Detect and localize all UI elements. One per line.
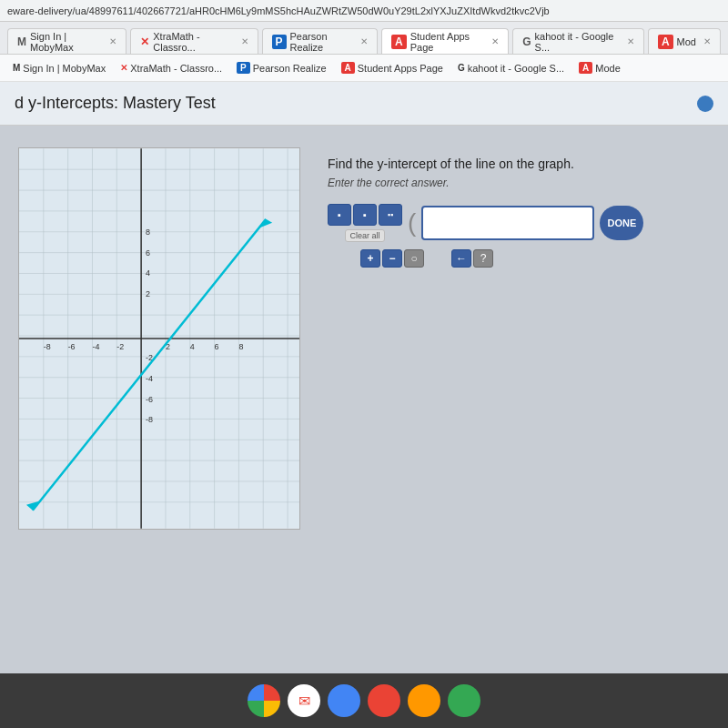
bookmark-mode[interactable]: A Mode <box>573 60 626 76</box>
main-content: 2 <box>0 126 728 673</box>
tab-label: Sign In | MobyMax <box>30 31 102 53</box>
svg-text:8: 8 <box>146 228 150 237</box>
url-text: eware-delivery/ua/48997611/402667721/aHR… <box>7 5 550 16</box>
svg-text:-2: -2 <box>116 342 124 351</box>
mail-taskbar-icon[interactable]: ✉ <box>288 684 320 717</box>
math-symbol-buttons: ▪ ▪ ▪▪ Clear all <box>328 204 402 242</box>
graph-container: 2 <box>18 147 300 530</box>
tab-label: Student Apps Page <box>410 31 485 53</box>
svg-text:-8: -8 <box>146 415 153 424</box>
bookmark-mobymax-icon: M <box>13 63 20 73</box>
svg-text:4: 4 <box>190 342 195 351</box>
green-taskbar-icon[interactable] <box>448 684 480 717</box>
done-button[interactable]: DONE <box>600 206 643 240</box>
tab-kahoot[interactable]: G kahoot it - Google S... ✕ <box>512 28 644 54</box>
svg-text:6: 6 <box>146 248 150 258</box>
close-tab-icon[interactable]: ✕ <box>491 36 499 46</box>
clear-all-button[interactable]: Clear all <box>345 229 384 242</box>
sub-buttons-row: + − ○ ← ? <box>360 249 710 268</box>
svg-text:8: 8 <box>238 342 243 351</box>
math-btn-3[interactable]: ▪▪ <box>379 204 402 226</box>
bookmark-xtramath-icon: ✕ <box>120 63 127 73</box>
bookmark-google-icon: G <box>458 63 465 73</box>
bookmark-label: XtraMath - Classro... <box>130 63 222 74</box>
svg-text:-4: -4 <box>92 342 99 351</box>
math-btn-top-row: ▪ ▪ ▪▪ <box>328 204 402 226</box>
bookmark-pearson-icon: P <box>237 62 250 74</box>
tab-mod[interactable]: A Mod ✕ <box>648 28 721 54</box>
mobymax-icon: M <box>17 35 26 48</box>
instruction-text: Enter the correct answer. <box>328 177 710 189</box>
chrome-taskbar-icon[interactable] <box>248 684 280 717</box>
question-button[interactable]: ? <box>473 249 493 268</box>
bookmark-label: Pearson Realize <box>253 63 327 74</box>
close-tab-icon[interactable]: ✕ <box>109 36 116 46</box>
page-title-bar: d y-Intercepts: Mastery Test <box>0 82 728 126</box>
question-text: Find the y-intercept of the line on the … <box>328 157 710 171</box>
bookmark-pearson[interactable]: P Pearson Realize <box>231 60 331 76</box>
math-btn-2[interactable]: ▪ <box>353 204 377 226</box>
address-bar[interactable]: eware-delivery/ua/48997611/402667721/aHR… <box>0 0 728 22</box>
orange-taskbar-icon[interactable] <box>408 684 440 717</box>
tab-mobymax[interactable]: M Sign In | MobyMax ✕ <box>7 28 126 54</box>
close-tab-icon[interactable]: ✕ <box>241 36 248 46</box>
bookmark-student-icon: A <box>341 62 355 74</box>
tab-label: kahoot it - Google S... <box>535 31 620 53</box>
coordinate-grid: -8 -6 -4 -2 2 4 6 8 8 6 4 2 -2 -4 -6 -8 <box>19 148 299 529</box>
tab-label: XtraMath - Classro... <box>153 31 233 53</box>
bookmark-student-apps[interactable]: A Student Apps Page <box>336 60 449 76</box>
page-title: d y-Intercepts: Mastery Test <box>15 94 216 113</box>
open-paren: ( <box>408 210 416 236</box>
bookmark-label: kahoot it - Google S... <box>468 63 564 74</box>
tab-label: Mod <box>677 36 696 47</box>
tab-label: Pearson Realize <box>290 31 353 53</box>
circle-button[interactable]: ○ <box>404 249 424 268</box>
tab-student-apps[interactable]: A Student Apps Page ✕ <box>381 28 509 54</box>
answer-row: ▪ ▪ ▪▪ Clear all ( DONE <box>328 204 710 242</box>
svg-text:4: 4 <box>146 268 150 278</box>
arrow-left-button[interactable]: ← <box>451 249 471 268</box>
kahoot-icon: G <box>522 35 531 48</box>
svg-text:-6: -6 <box>146 395 153 404</box>
bookmark-mobymax[interactable]: M Sign In | MobyMax <box>7 61 111 76</box>
student-apps-icon: A <box>391 35 407 49</box>
math-btn-1[interactable]: ▪ <box>328 204 351 226</box>
bookmark-label: Mode <box>595 63 621 74</box>
mod-icon: A <box>658 35 673 49</box>
browser-tabs: M Sign In | MobyMax ✕ ✕ XtraMath - Class… <box>0 22 728 55</box>
right-panel: Find the y-intercept of the line on the … <box>328 147 710 277</box>
answer-input[interactable] <box>421 206 594 240</box>
taskbar: ✉ <box>0 673 728 728</box>
xtramath-icon: ✕ <box>140 35 149 48</box>
status-indicator <box>697 96 713 112</box>
svg-text:-4: -4 <box>146 374 153 383</box>
bookmark-label: Student Apps Page <box>358 63 443 74</box>
svg-text:-6: -6 <box>68 342 76 351</box>
red-taskbar-icon[interactable] <box>368 684 400 717</box>
minus-button[interactable]: − <box>382 249 402 268</box>
pearson-icon: P <box>272 35 287 49</box>
close-tab-icon[interactable]: ✕ <box>627 36 634 46</box>
bookmarks-bar: M Sign In | MobyMax ✕ XtraMath - Classro… <box>0 55 728 82</box>
close-tab-icon[interactable]: ✕ <box>360 36 368 46</box>
plus-button[interactable]: + <box>360 249 380 268</box>
bookmark-mode-icon: A <box>579 62 592 74</box>
close-tab-icon[interactable]: ✕ <box>703 36 711 46</box>
bookmark-kahoot[interactable]: G kahoot it - Google S... <box>452 61 570 76</box>
graph-inner: 2 <box>19 148 299 529</box>
plus-minus-group: + − ○ <box>360 249 424 268</box>
svg-text:-8: -8 <box>44 342 51 351</box>
tab-xtramath[interactable]: ✕ XtraMath - Classro... ✕ <box>130 28 258 54</box>
svg-text:6: 6 <box>215 342 219 351</box>
blue-taskbar-icon-1[interactable] <box>328 684 360 717</box>
svg-text:2: 2 <box>146 289 150 298</box>
bookmark-xtramath[interactable]: ✕ XtraMath - Classro... <box>115 61 228 76</box>
bookmark-label: Sign In | MobyMax <box>23 63 106 74</box>
arrow-question-group: ← ? <box>451 249 493 268</box>
tab-pearson[interactable]: P Pearson Realize ✕ <box>262 28 378 54</box>
